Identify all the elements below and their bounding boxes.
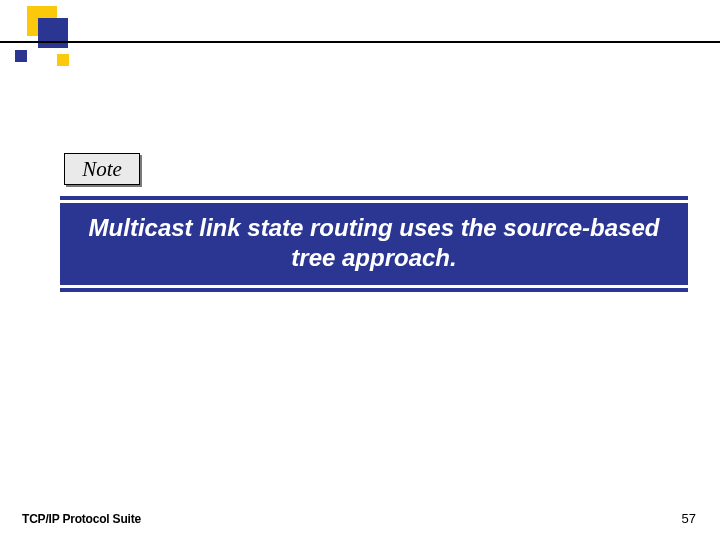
header-rule xyxy=(0,41,720,43)
note-banner-text: Multicast link state routing uses the so… xyxy=(88,213,660,273)
decor-square-yellow-small xyxy=(57,54,69,66)
footer-text: TCP/IP Protocol Suite xyxy=(22,512,141,526)
note-banner-bottom-rule xyxy=(60,288,688,292)
note-box: Note xyxy=(64,153,140,185)
note-banner-top-rule xyxy=(60,196,688,200)
note-label: Note xyxy=(82,157,122,182)
decor-square-blue-large xyxy=(38,18,68,48)
decor-square-blue-small xyxy=(15,50,27,62)
note-banner-body: Multicast link state routing uses the so… xyxy=(60,203,688,285)
page-number: 57 xyxy=(682,511,696,526)
note-banner: Multicast link state routing uses the so… xyxy=(60,196,688,292)
